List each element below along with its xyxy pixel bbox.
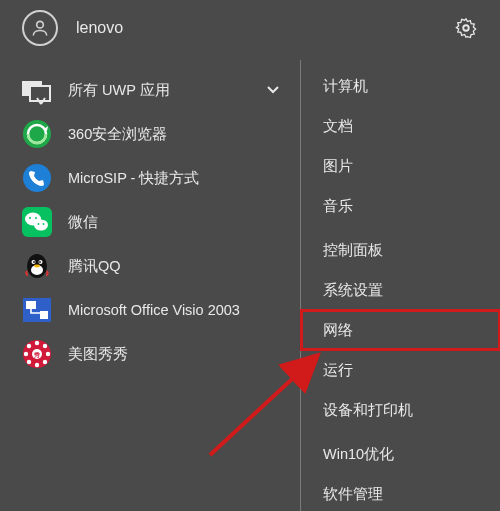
app-item-microsip[interactable]: MicroSIP - 快捷方式 [0,156,300,200]
svg-point-9 [34,220,48,231]
place-run[interactable]: 运行 [301,350,500,390]
place-label: 网络 [323,321,353,340]
svg-point-27 [24,352,28,356]
user-row: lenovo [0,0,500,60]
svg-point-32 [43,360,47,364]
place-pictures[interactable]: 图片 [301,146,500,186]
svg-point-20 [34,265,40,268]
apps-column: 所有 UWP 应用 360安全浏览器 [0,60,300,511]
app-label-microsip: MicroSIP - 快捷方式 [68,169,282,188]
place-label: 控制面板 [323,241,383,260]
app-item-qq[interactable]: 腾讯QQ [0,244,300,288]
phone-icon [22,163,52,193]
place-win10-tweak[interactable]: Win10优化 [301,434,500,474]
place-documents[interactable]: 文档 [301,106,500,146]
visio-icon [22,295,52,325]
svg-point-29 [27,344,31,348]
place-label: 软件管理 [323,485,383,504]
svg-point-0 [37,21,44,28]
place-system-settings[interactable]: 系统设置 [301,270,500,310]
svg-point-30 [43,344,47,348]
qq-icon [22,251,52,281]
place-label: 音乐 [323,197,353,216]
app-item-meitu[interactable]: 秀 美图秀秀 [0,332,300,376]
app-label-meitu: 美图秀秀 [68,345,282,364]
person-icon [30,18,50,38]
svg-point-10 [29,217,31,219]
chevron-down-icon [266,82,282,98]
svg-point-6 [23,164,51,192]
place-label: 系统设置 [323,281,383,300]
svg-point-28 [46,352,50,356]
wechat-icon [22,207,52,237]
place-label: Win10优化 [323,445,394,464]
svg-point-26 [35,363,39,367]
svg-rect-22 [26,301,36,309]
place-label: 运行 [323,361,353,380]
svg-point-19 [39,261,41,263]
app-label-360: 360安全浏览器 [68,125,282,144]
app-label-visio: Microsoft Office Visio 2003 [68,302,282,318]
app-item-visio[interactable]: Microsoft Office Visio 2003 [0,288,300,332]
browser-360-icon [22,119,52,149]
settings-button[interactable] [454,16,478,40]
place-music[interactable]: 音乐 [301,186,500,226]
place-label: 文档 [323,117,353,136]
app-label-wechat: 微信 [68,213,282,232]
place-devices-printers[interactable]: 设备和打印机 [301,390,500,430]
uwp-folder-icon [22,75,52,105]
user-name[interactable]: lenovo [76,19,454,37]
svg-point-18 [33,261,35,263]
all-uwp-apps[interactable]: 所有 UWP 应用 [0,68,300,112]
svg-point-25 [35,341,39,345]
svg-rect-3 [30,86,50,101]
svg-text:秀: 秀 [33,351,41,358]
svg-point-11 [35,217,37,219]
gear-icon [455,17,477,39]
columns: 所有 UWP 应用 360安全浏览器 [0,60,500,511]
place-software-mgr[interactable]: 软件管理 [301,474,500,511]
svg-point-1 [463,25,469,31]
place-label: 计算机 [323,77,368,96]
svg-point-13 [43,223,45,225]
place-label: 图片 [323,157,353,176]
places-column: 计算机 文档 图片 音乐 控制面板 系统设置 网络 运行 设备和打印机 Win1… [300,60,500,511]
svg-point-31 [27,360,31,364]
place-computer[interactable]: 计算机 [301,66,500,106]
app-label-qq: 腾讯QQ [68,257,282,276]
svg-rect-23 [40,311,48,319]
user-avatar[interactable] [22,10,58,46]
place-label: 设备和打印机 [323,401,413,420]
meitu-icon: 秀 [22,339,52,369]
svg-point-12 [38,223,40,225]
place-network[interactable]: 网络 [301,310,500,350]
start-menu: lenovo 所有 UWP 应用 [0,0,500,511]
all-uwp-apps-label: 所有 UWP 应用 [68,81,266,100]
app-item-360[interactable]: 360安全浏览器 [0,112,300,156]
place-control-panel[interactable]: 控制面板 [301,230,500,270]
app-item-wechat[interactable]: 微信 [0,200,300,244]
